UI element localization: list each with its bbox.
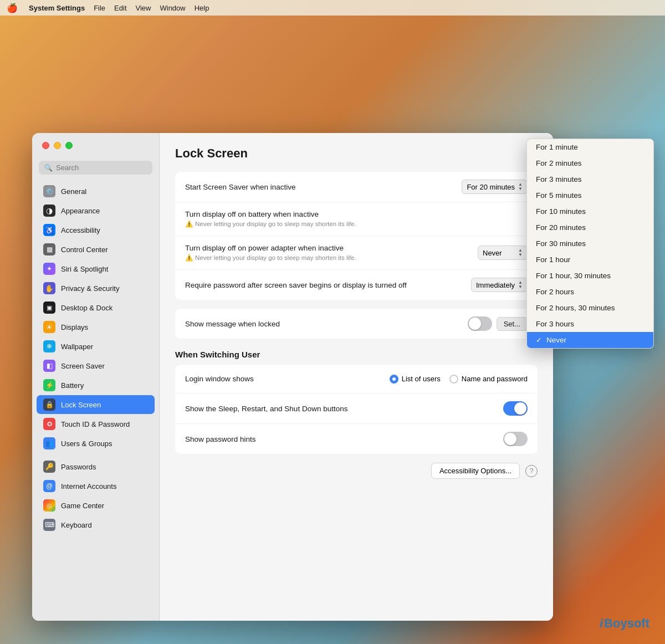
display-adapter-value: Never xyxy=(483,249,502,257)
system-settings-window: 🔍 ⚙️ General ◑ Appearance ♿ Accessibilit… xyxy=(32,133,553,621)
dropdown-3hr[interactable]: For 3 hours xyxy=(527,316,653,332)
close-button[interactable] xyxy=(42,142,49,149)
dropdown-2min-label: For 2 minutes xyxy=(536,159,582,167)
menubar-help[interactable]: Help xyxy=(195,4,209,12)
password-hints-toggle[interactable] xyxy=(503,432,528,446)
stepper-arrows: ▲▼ xyxy=(518,182,523,191)
dropdown-10min[interactable]: For 10 minutes xyxy=(527,203,653,219)
menubar-window[interactable]: Window xyxy=(160,4,185,12)
set-message-button[interactable]: Set... xyxy=(497,317,528,331)
appearance-icon: ◑ xyxy=(43,205,55,217)
users-icon: 👥 xyxy=(43,437,55,449)
sidebar-item-wallpaper[interactable]: ❄ Wallpaper xyxy=(37,337,155,356)
screensaver-inactive-control[interactable]: For 20 minutes ▲▼ xyxy=(462,180,528,194)
radio-list-of-users[interactable]: List of users xyxy=(390,375,441,384)
sidebar-item-keyboard[interactable]: ⌨ Keyboard xyxy=(37,515,155,534)
display-adapter-control[interactable]: Never ▲▼ xyxy=(478,246,528,260)
dropdown-2min[interactable]: For 2 minutes xyxy=(527,155,653,171)
dropdown-never[interactable]: ✓ Never xyxy=(527,332,653,348)
sidebar-item-battery[interactable]: ⚡ Battery xyxy=(37,376,155,395)
battery-icon: ⚡ xyxy=(43,379,55,391)
battery-label: Battery xyxy=(61,381,84,390)
sleep-restart-row: Show the Sleep, Restart, and Shut Down b… xyxy=(175,393,538,424)
sidebar-item-desktop[interactable]: ▣ Desktop & Dock xyxy=(37,298,155,317)
switching-user-header: When Switching User xyxy=(175,350,538,359)
display-battery-warning: ⚠️ Never letting your display go to slee… xyxy=(185,220,356,228)
settings-card-2: Show message when locked Set... xyxy=(175,309,538,339)
internet-icon: @ xyxy=(43,480,55,492)
sidebar-item-privacy[interactable]: ✋ Privacy & Security xyxy=(37,279,155,298)
siri-icon: ✦ xyxy=(43,263,55,275)
sidebar-item-touchid[interactable]: ✪ Touch ID & Password xyxy=(37,415,155,433)
sidebar-item-accessibility[interactable]: ♿ Accessibility xyxy=(37,221,155,239)
search-input[interactable] xyxy=(56,163,147,172)
desktop-icon: ▣ xyxy=(43,301,55,314)
sidebar-item-appearance[interactable]: ◑ Appearance xyxy=(37,201,155,220)
page-title: Lock Screen xyxy=(175,146,538,161)
dropdown-1min[interactable]: For 1 minute xyxy=(527,139,653,155)
search-icon: 🔍 xyxy=(44,164,53,172)
iboysoft-watermark: iBoysoft xyxy=(600,616,649,631)
dropdown-3hr-label: For 3 hours xyxy=(536,320,574,328)
sidebar-item-displays[interactable]: ☀ Displays xyxy=(37,318,155,336)
users-label: Users & Groups xyxy=(61,439,112,448)
radio-name-password[interactable]: Name and password xyxy=(449,375,528,384)
dropdown-3min[interactable]: For 3 minutes xyxy=(527,171,653,187)
menubar-view[interactable]: View xyxy=(136,4,151,12)
appearance-label: Appearance xyxy=(61,207,100,215)
help-button[interactable]: ? xyxy=(525,465,538,477)
screensaver-inactive-stepper[interactable]: For 20 minutes ▲▼ xyxy=(462,180,528,194)
dropdown-1hr30[interactable]: For 1 hour, 30 minutes xyxy=(527,268,653,284)
sleep-restart-knob xyxy=(514,402,526,415)
display-adapter-row: Turn display off on power adapter when i… xyxy=(175,236,538,270)
show-message-label: Show message when locked xyxy=(185,320,468,328)
dropdown-2hr[interactable]: For 2 hours xyxy=(527,284,653,300)
menubar-edit[interactable]: Edit xyxy=(114,4,126,12)
show-message-control: Set... xyxy=(468,316,528,331)
show-message-toggle[interactable] xyxy=(468,316,492,331)
sidebar-item-screensaver[interactable]: ◧ Screen Saver xyxy=(37,356,155,375)
keyboard-label: Keyboard xyxy=(61,521,92,529)
warning-text-content: Never letting your display go to sleep m… xyxy=(195,221,356,227)
sidebar-item-lockscreen[interactable]: 🔒 Lock Screen xyxy=(37,395,155,414)
dropdown-1min-label: For 1 minute xyxy=(536,143,578,151)
dropdown-1hr[interactable]: For 1 hour xyxy=(527,252,653,268)
sidebar-items-list: ⚙️ General ◑ Appearance ♿ Accessibility … xyxy=(32,181,159,621)
minimize-button[interactable] xyxy=(54,142,61,149)
apple-menu-icon[interactable]: 🍎 xyxy=(7,3,18,13)
require-password-control[interactable]: Immediately ▲▼ xyxy=(471,278,528,292)
password-hints-knob xyxy=(504,433,516,445)
search-box[interactable]: 🔍 xyxy=(39,161,152,175)
sidebar-item-control-center[interactable]: ▦ Control Center xyxy=(37,240,155,259)
require-password-stepper[interactable]: Immediately ▲▼ xyxy=(471,278,528,292)
sidebar-item-users[interactable]: 👥 Users & Groups xyxy=(37,434,155,453)
menubar: 🍎 System Settings File Edit View Window … xyxy=(0,0,665,16)
touchid-icon: ✪ xyxy=(43,418,55,430)
sidebar-item-internet[interactable]: @ Internet Accounts xyxy=(37,477,155,495)
show-message-row: Show message when locked Set... xyxy=(175,309,538,339)
sidebar-item-siri[interactable]: ✦ Siri & Spotlight xyxy=(37,259,155,278)
dropdown-2hr30[interactable]: For 2 hours, 30 minutes xyxy=(527,300,653,316)
internet-label: Internet Accounts xyxy=(61,482,116,490)
dropdown-10min-label: For 10 minutes xyxy=(536,207,586,216)
dropdown-never-label: Never xyxy=(546,336,566,344)
dropdown-20min[interactable]: For 20 minutes xyxy=(527,219,653,236)
sidebar-item-general[interactable]: ⚙️ General xyxy=(37,182,155,201)
screensaver-inactive-value: For 20 minutes xyxy=(467,183,515,191)
sidebar-item-passwords[interactable]: 🔑 Passwords xyxy=(37,457,155,476)
warning-text-content-2: Never letting your display go to sleep m… xyxy=(195,254,356,261)
passwords-icon: 🔑 xyxy=(43,461,55,473)
display-adapter-stepper[interactable]: Never ▲▼ xyxy=(478,246,528,260)
sleep-restart-label: Show the Sleep, Restart, and Shut Down b… xyxy=(185,405,503,413)
dropdown-30min[interactable]: For 30 minutes xyxy=(527,236,653,252)
maximize-button[interactable] xyxy=(65,142,73,149)
dropdown-5min[interactable]: For 5 minutes xyxy=(527,187,653,203)
dropdown-2hr30-label: For 2 hours, 30 minutes xyxy=(536,304,615,312)
watermark-text: Boysoft xyxy=(604,616,649,631)
sidebar-item-gamecenter[interactable]: ◎ Game Center xyxy=(37,496,155,515)
window-controls xyxy=(42,142,73,149)
sleep-restart-toggle[interactable] xyxy=(503,401,528,416)
accessibility-options-button[interactable]: Accessibility Options... xyxy=(431,463,520,479)
menubar-app-name[interactable]: System Settings xyxy=(29,4,85,12)
menubar-file[interactable]: File xyxy=(94,4,105,12)
